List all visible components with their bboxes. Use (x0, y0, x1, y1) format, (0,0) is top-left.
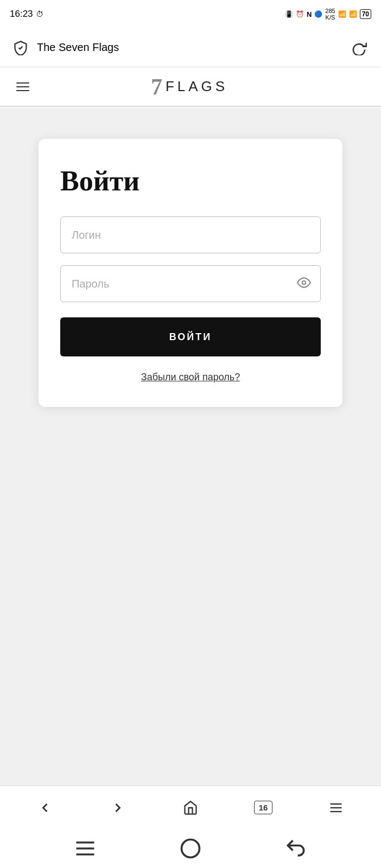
sys-back-button[interactable] (284, 837, 308, 860)
nav-menu-button[interactable] (320, 792, 352, 824)
password-input[interactable] (60, 265, 321, 302)
battery-indicator: 70 (360, 9, 371, 19)
vibrate-icon: 📳 (285, 10, 293, 18)
svg-point-7 (182, 840, 200, 858)
app-bar-title: The Seven Flags (37, 41, 119, 54)
alarm-icon: ⏰ (296, 10, 304, 18)
browser-home-button[interactable] (174, 792, 207, 824)
browser-back-button[interactable] (29, 792, 61, 824)
logo-flags-text: FLAGS (166, 78, 228, 95)
bluetooth-icon: 🔵 (314, 10, 322, 18)
signal-icon: 📶 (349, 10, 357, 18)
logo-seven-number: 7 (151, 75, 161, 98)
main-content: Войти ВОЙТИ Забыли свой пароль? (0, 106, 381, 623)
hamburger-line (16, 82, 29, 84)
sys-menu-button[interactable] (73, 837, 97, 860)
browser-forward-button[interactable] (101, 792, 134, 824)
refresh-button[interactable] (348, 37, 370, 59)
timer-icon: ⏱ (36, 10, 43, 18)
app-bar: The Seven Flags (0, 28, 381, 67)
nfc-icon: N (307, 10, 312, 18)
password-input-wrapper (60, 265, 321, 302)
login-input[interactable] (60, 216, 321, 253)
login-submit-button[interactable]: ВОЙТИ (60, 317, 321, 356)
sys-home-button[interactable] (179, 837, 202, 860)
login-card: Войти ВОЙТИ Забыли свой пароль? (39, 139, 342, 407)
status-icons: 📳 ⏰ N 🔵 285K/S 📶 📶 70 (285, 8, 371, 21)
hamburger-line (16, 90, 29, 91)
system-bar (0, 829, 381, 868)
tab-counter-button[interactable]: 16 (247, 792, 280, 824)
shield-check-icon (11, 38, 30, 58)
status-time: 16:23 ⏱ (10, 9, 43, 20)
hamburger-menu-button[interactable] (13, 79, 33, 94)
tab-count: 16 (254, 801, 273, 814)
app-bar-left: The Seven Flags (11, 38, 119, 58)
login-input-wrapper (60, 216, 321, 253)
site-logo: 7 FLAGS (151, 75, 228, 98)
hamburger-line (16, 86, 29, 87)
time-display: 16:23 (10, 9, 33, 20)
nav-bar: 16 (0, 786, 381, 829)
bottom-area (0, 623, 381, 786)
svg-point-0 (302, 281, 306, 285)
site-header: 7 FLAGS (0, 67, 381, 106)
password-toggle-button[interactable] (297, 276, 311, 292)
speed-text: 285K/S (325, 8, 335, 21)
status-bar: 16:23 ⏱ 📳 ⏰ N 🔵 285K/S 📶 📶 70 (0, 0, 381, 28)
forgot-password-link[interactable]: Забыли свой пароль? (60, 372, 321, 383)
wifi-icon: 📶 (338, 10, 346, 18)
login-title: Войти (60, 165, 321, 197)
